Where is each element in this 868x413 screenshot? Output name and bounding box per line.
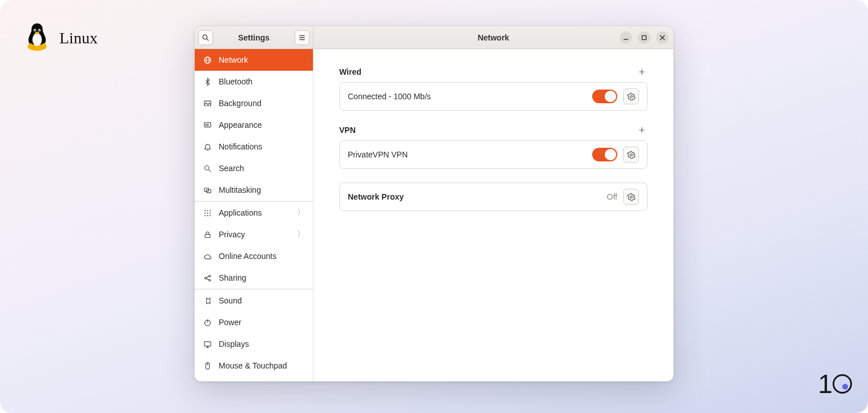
- proxy-status: Off: [607, 192, 617, 201]
- power-icon: [203, 318, 212, 327]
- sidebar-item-label: Appearance: [219, 120, 305, 129]
- sidebar-item-sound[interactable]: Sound: [195, 290, 313, 311]
- svg-point-27: [207, 210, 208, 211]
- close-button[interactable]: [656, 31, 669, 44]
- sidebar-item-label: Applications: [219, 208, 290, 217]
- proxy-label: Network Proxy: [348, 192, 601, 201]
- svg-point-34: [209, 214, 210, 216]
- display-icon: [203, 340, 212, 349]
- sidebar-item-label: Privacy: [219, 230, 290, 239]
- svg-point-1: [33, 33, 42, 46]
- svg-point-6: [203, 35, 207, 39]
- bell-icon: [203, 143, 212, 151]
- window-title: Network: [477, 33, 509, 42]
- sidebar-item-mouse-touchpad[interactable]: Mouse & Touchpad: [195, 355, 313, 376]
- multitask-icon: [203, 186, 212, 195]
- sidebar-item-label: Mouse & Touchpad: [219, 361, 305, 370]
- svg-rect-12: [642, 35, 646, 39]
- sidebar-item-bluetooth[interactable]: Bluetooth: [195, 71, 313, 92]
- vpn-connection-row: PrivateVPN VPN: [339, 140, 648, 169]
- proxy-section: Network Proxy Off: [339, 183, 648, 211]
- sidebar-item-label: Power: [219, 318, 305, 327]
- sidebar-item-power[interactable]: Power: [195, 311, 313, 333]
- sidebar-item-applications[interactable]: Applications 〉: [195, 202, 313, 224]
- proxy-settings-button[interactable]: [623, 189, 639, 205]
- network-proxy-row[interactable]: Network Proxy Off: [339, 183, 648, 211]
- svg-line-39: [206, 276, 209, 278]
- globe-icon: [203, 56, 212, 64]
- sidebar-item-label: Multitasking: [219, 185, 305, 195]
- brand-10-logo: 1: [818, 369, 852, 399]
- svg-point-26: [204, 210, 206, 211]
- sidebar-item-label: Search: [219, 164, 305, 173]
- add-wired-button[interactable]: [636, 66, 648, 78]
- svg-line-40: [206, 278, 209, 280]
- svg-point-28: [209, 210, 210, 211]
- wired-connection-row: Connected - 1000 Mb/s: [339, 82, 648, 111]
- mouse-icon: [203, 362, 212, 370]
- svg-point-53: [630, 153, 632, 156]
- search-button[interactable]: [198, 30, 213, 45]
- sidebar-item-privacy[interactable]: Privacy 〉: [195, 224, 313, 245]
- svg-point-30: [207, 212, 208, 213]
- sidebar-item-notifications[interactable]: Notifications: [195, 136, 313, 157]
- share-icon: [203, 274, 212, 282]
- sidebar-item-sharing[interactable]: Sharing: [195, 267, 313, 289]
- svg-point-50: [630, 95, 632, 98]
- sidebar-item-network[interactable]: Network: [195, 49, 313, 71]
- svg-point-5: [38, 30, 39, 31]
- vpn-name: PrivateVPN VPN: [348, 150, 586, 159]
- sidebar-item-label: Network: [219, 55, 305, 64]
- sidebar-title: Settings: [213, 33, 295, 42]
- svg-point-4: [35, 30, 36, 31]
- svg-rect-35: [205, 234, 210, 237]
- chevron-right-icon: 〉: [297, 208, 305, 218]
- sidebar-item-label: Background: [219, 99, 305, 108]
- sidebar-item-appearance[interactable]: Appearance: [195, 114, 313, 136]
- sidebar-item-label: Sound: [219, 296, 305, 305]
- svg-point-33: [207, 214, 208, 216]
- hamburger-menu-button[interactable]: [295, 30, 310, 45]
- sidebar-item-label: Online Accounts: [219, 252, 305, 261]
- maximize-button[interactable]: [638, 31, 650, 44]
- vpn-settings-button[interactable]: [623, 147, 639, 163]
- svg-rect-43: [204, 342, 210, 346]
- cloud-icon: [203, 252, 212, 261]
- wired-toggle[interactable]: [592, 90, 617, 103]
- sidebar-item-background[interactable]: Background: [195, 92, 313, 114]
- sidebar-item-label: Sharing: [219, 273, 305, 282]
- sidebar: Network Bluetooth Background Appearance …: [195, 49, 314, 381]
- tux-icon: [22, 22, 53, 55]
- vpn-toggle[interactable]: [592, 148, 617, 161]
- sidebar-item-label: Bluetooth: [219, 77, 305, 86]
- wired-settings-button[interactable]: [623, 88, 639, 104]
- sidebar-item-online-accounts[interactable]: Online Accounts: [195, 245, 313, 267]
- chevron-right-icon: 〉: [297, 229, 305, 240]
- search-icon: [203, 164, 212, 173]
- appearance-icon: [203, 121, 212, 129]
- svg-point-29: [204, 212, 206, 213]
- add-vpn-button[interactable]: [636, 124, 648, 136]
- sidebar-item-search[interactable]: Search: [195, 157, 313, 179]
- linux-label: Linux: [59, 29, 98, 47]
- vpn-section: VPN PrivateVPN VPN: [339, 124, 648, 169]
- bluetooth-icon: [203, 78, 212, 86]
- sidebar-item-label: Displays: [219, 339, 305, 349]
- svg-point-21: [207, 124, 208, 125]
- linux-badge: Linux: [22, 22, 98, 55]
- minimize-button[interactable]: [620, 31, 632, 44]
- wired-section: Wired Connected - 1000 Mb/s: [339, 66, 648, 111]
- titlebar: Settings Network: [195, 26, 673, 49]
- content-panel: Wired Connected - 1000 Mb/s VPN: [314, 49, 673, 381]
- svg-point-20: [206, 124, 207, 125]
- svg-point-31: [209, 212, 210, 213]
- wired-heading: Wired: [339, 67, 361, 76]
- vpn-heading: VPN: [339, 125, 356, 135]
- svg-point-54: [630, 196, 632, 198]
- wired-status: Connected - 1000 Mb/s: [348, 92, 586, 101]
- settings-window: Settings Network Ne: [194, 26, 674, 382]
- sidebar-item-displays[interactable]: Displays: [195, 333, 313, 355]
- background-icon: [203, 99, 212, 108]
- apps-icon: [203, 209, 212, 217]
- sidebar-item-multitasking[interactable]: Multitasking: [195, 179, 313, 201]
